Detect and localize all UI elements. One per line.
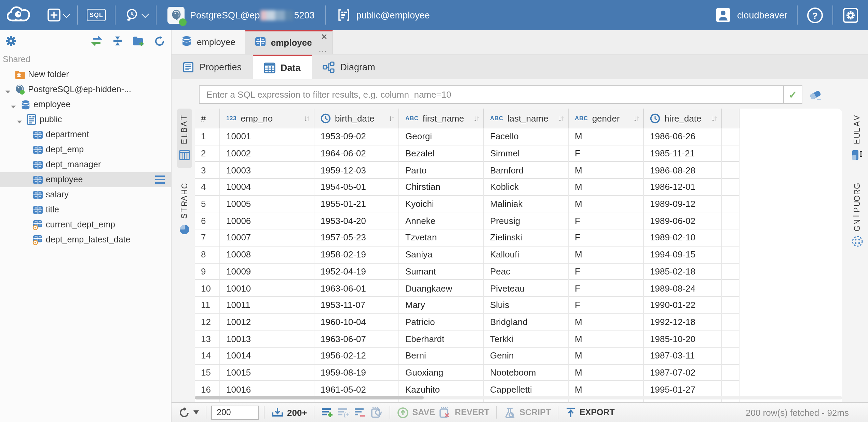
save-button[interactable]: SAVE [395, 407, 437, 418]
tree-item-new-folder[interactable]: New folder [0, 67, 171, 82]
cell-hire_date[interactable]: 1986-12-01 [644, 179, 722, 196]
cell-birth_date[interactable]: 1956-02-12 [314, 348, 399, 364]
tree-item-current-dept-emp[interactable]: current_dept_emp [0, 217, 171, 232]
tree-item-public[interactable]: public [0, 112, 171, 127]
settings-button[interactable] [836, 0, 868, 30]
cell-hire_date[interactable]: 1992-12-18 [644, 314, 722, 330]
cell-filler[interactable] [722, 128, 740, 145]
driver-tools-button[interactable] [118, 0, 153, 30]
cell-birth_date[interactable]: 1953-09-02 [314, 128, 399, 145]
connection-selector[interactable]: PostgreSQL@ep5203 [159, 0, 323, 30]
schema-selector[interactable]: public@employee [329, 0, 438, 30]
tab-charts-presentation[interactable]: CHARTS [177, 177, 192, 242]
tree-item-dept-emp[interactable]: dept_emp [0, 142, 171, 157]
sort-icon[interactable]: ↓↑ [711, 114, 718, 122]
cell-birth_date[interactable]: 1953-04-20 [314, 213, 399, 229]
cell-hire_date[interactable]: 1989-08-24 [644, 280, 722, 297]
sort-icon[interactable]: ↓↑ [473, 114, 480, 122]
cell-birth_date[interactable]: 1955-01-21 [314, 196, 399, 213]
cell-filler[interactable] [722, 213, 740, 229]
collapse-all-icon[interactable] [112, 36, 123, 46]
cell-birth_date[interactable]: 1963-06-01 [314, 280, 399, 297]
cell-emp_no[interactable]: 10013 [220, 331, 314, 348]
cell-emp_no[interactable]: 10004 [220, 179, 314, 196]
cell-emp_no[interactable]: 10009 [220, 263, 314, 280]
tab-table-presentation[interactable]: TABLE [177, 109, 192, 168]
column-header-birth_date[interactable]: birth_date↓↑ [314, 109, 399, 128]
tree-item-title[interactable]: title [0, 202, 171, 217]
cell-gender[interactable]: M [569, 162, 644, 179]
cell-emp_no[interactable]: 10011 [220, 297, 314, 314]
sort-icon[interactable]: ↓↑ [633, 114, 640, 122]
row-number-cell[interactable]: 13 [195, 331, 220, 348]
tab-employee-database[interactable]: employee [172, 30, 246, 54]
cell-last_name[interactable]: Sluis [484, 297, 569, 314]
cell-last_name[interactable]: Maliniak [484, 196, 569, 213]
cell-last_name[interactable]: Terkki [484, 331, 569, 348]
close-icon[interactable]: ✕ [321, 32, 328, 42]
row-number-cell[interactable]: 5 [195, 196, 220, 213]
cell-hire_date[interactable]: 1989-02-10 [644, 229, 722, 246]
cell-filler[interactable] [722, 331, 740, 348]
sort-icon[interactable]: ↓↑ [304, 114, 311, 122]
refresh-tree-icon[interactable] [154, 35, 165, 47]
tree-item-department[interactable]: department [0, 127, 171, 142]
cell-gender[interactable]: M [569, 381, 644, 398]
cell-birth_date[interactable]: 1953-11-07 [314, 297, 399, 314]
cell-last_name[interactable]: Facello [484, 128, 569, 145]
cell-emp_no[interactable]: 10015 [220, 364, 314, 381]
cell-first_name[interactable]: Duangkaew [399, 280, 484, 297]
cell-last_name[interactable]: Cappelletti [484, 381, 569, 398]
row-number-cell[interactable]: 11 [195, 297, 220, 314]
cell-gender[interactable]: F [569, 263, 644, 280]
cell-hire_date[interactable]: 1994-09-15 [644, 247, 722, 263]
sort-icon[interactable]: ↓↑ [558, 114, 565, 122]
item-menu-icon[interactable] [155, 175, 165, 184]
cell-emp_no[interactable]: 10012 [220, 314, 314, 330]
row-number-cell[interactable]: 12 [195, 314, 220, 330]
row-number-cell[interactable]: 10 [195, 280, 220, 297]
auto-refresh-button[interactable] [369, 407, 385, 418]
cell-last_name[interactable]: Piveteau [484, 280, 569, 297]
cell-first_name[interactable]: Tzvetan [399, 229, 484, 246]
cell-filler[interactable] [722, 381, 740, 398]
cell-last_name[interactable]: Preusig [484, 213, 569, 229]
fetch-more-button[interactable]: 200+ [269, 407, 309, 418]
cell-first_name[interactable]: Georgi [399, 128, 484, 145]
cell-hire_date[interactable]: 1989-09-12 [644, 196, 722, 213]
cell-filler[interactable] [722, 196, 740, 213]
cell-emp_no[interactable]: 10016 [220, 381, 314, 398]
cloudbeaver-logo-icon[interactable] [0, 5, 41, 25]
tree-item-employee[interactable]: employee [0, 172, 171, 187]
column-header-gender[interactable]: ABCgender↓↑ [569, 109, 644, 128]
cell-hire_date[interactable]: 1985-02-18 [644, 263, 722, 280]
cell-birth_date[interactable]: 1963-06-07 [314, 331, 399, 348]
cell-gender[interactable]: M [569, 314, 644, 330]
cell-last_name[interactable]: Koblick [484, 179, 569, 196]
cell-hire_date[interactable]: 1995-01-27 [644, 381, 722, 398]
tab-data[interactable]: Data [253, 55, 312, 79]
column-header-last_name[interactable]: ABClast_name↓↑ [484, 109, 569, 128]
cell-hire_date[interactable]: 1985-11-21 [644, 145, 722, 162]
cell-emp_no[interactable]: 10002 [220, 145, 314, 162]
delete-row-button[interactable] [352, 407, 369, 418]
cell-first_name[interactable]: Bezalel [399, 145, 484, 162]
row-number-cell[interactable]: 14 [195, 348, 220, 364]
chevron-down-icon[interactable] [10, 102, 16, 108]
cell-birth_date[interactable]: 1960-10-04 [314, 314, 399, 330]
cell-filler[interactable] [722, 348, 740, 364]
cell-last_name[interactable]: Nooteboom [484, 364, 569, 381]
cell-hire_date[interactable]: 1986-06-26 [644, 128, 722, 145]
row-number-header[interactable]: # [195, 109, 220, 128]
cell-first_name[interactable]: Kyoichi [399, 196, 484, 213]
cell-first_name[interactable]: Berni [399, 348, 484, 364]
cell-first_name[interactable]: Chirstian [399, 179, 484, 196]
cell-last_name[interactable]: Simmel [484, 145, 569, 162]
horizontal-scrollbar[interactable] [195, 396, 842, 399]
cell-filler[interactable] [722, 263, 740, 280]
help-button[interactable]: ? [800, 0, 830, 30]
cell-gender[interactable]: M [569, 179, 644, 196]
cell-birth_date[interactable]: 1959-08-19 [314, 364, 399, 381]
tab-employee-table[interactable]: employee ✕ ... [246, 30, 333, 54]
cell-gender[interactable]: F [569, 229, 644, 246]
